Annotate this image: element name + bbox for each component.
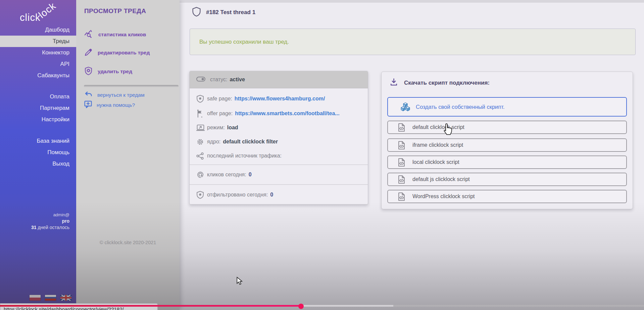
progress-knob[interactable] <box>298 304 304 309</box>
sidebar-item-settings[interactable]: Настройки <box>0 114 76 125</box>
thread-menu-title: ПРОСМОТР ТРЕДА <box>84 7 146 15</box>
status-label: статус: <box>210 77 227 83</box>
account-plan: pro <box>31 218 69 224</box>
mouse-arrow-cursor <box>236 277 243 287</box>
iframe-script-button[interactable]: iframe clicklock script <box>387 138 627 152</box>
click-stats-icon <box>84 30 93 40</box>
sidebar-item-knowledge-base[interactable]: База знаний <box>0 135 76 147</box>
clicks-today-value: 0 <box>249 172 252 178</box>
success-alert: Вы успешно сохранили ваш тред. <box>190 29 636 55</box>
sidebar-item-dashboard[interactable]: Дашборд <box>0 24 76 36</box>
file-code-icon <box>398 123 405 132</box>
download-icon <box>390 78 398 88</box>
button-label: default js clicklock script <box>412 176 470 182</box>
help-comment-icon <box>84 100 92 110</box>
traffic-source-row: последний источник трафика: <box>196 150 363 162</box>
safe-page-link[interactable]: https://www.flowers4hamburg.com/ <box>235 96 325 102</box>
progress-played <box>0 305 301 307</box>
edit-icon <box>84 48 93 58</box>
wordpress-script-button[interactable]: WordPress clicklock script <box>387 190 627 203</box>
button-label: iframe clicklock script <box>412 142 463 148</box>
button-label: local clicklock script <box>412 159 459 165</box>
top-strip <box>180 0 644 3</box>
app-window: click lock Дашборд Треды Коннектор API С… <box>0 0 644 310</box>
menu-divider <box>84 85 179 87</box>
undo-icon <box>84 91 93 99</box>
download-script-panel: Скачать скрипт подключения: Создать свой… <box>381 72 633 209</box>
account-days-left: 31 дней осталось <box>31 224 69 231</box>
filtered-today-row: отфильтровано сегодня: 0 <box>196 189 363 201</box>
button-label: WordPress clicklock script <box>412 193 475 200</box>
menu-item-click-stats[interactable]: статистика кликов <box>84 30 146 40</box>
browser-status-url: https://clicklock.site/dashboard/connect… <box>0 303 158 310</box>
sidebar-item-help[interactable]: Помощь <box>0 147 76 158</box>
poland-flag-icon[interactable] <box>30 295 41 301</box>
page-header: #182 Test thread 1 <box>192 7 255 18</box>
divider <box>190 165 368 165</box>
thread-menu-panel: ПРОСМОТР ТРЕДА статистика кликов редакти… <box>76 0 180 310</box>
status-value: active <box>230 77 245 83</box>
link-label: нужна помощь? <box>97 102 135 108</box>
file-code-icon <box>398 175 405 184</box>
sidebar-nav: Дашборд Треды Коннектор API Сабакаунты О… <box>0 24 76 170</box>
video-progress-bar[interactable] <box>0 305 644 307</box>
click-target-icon <box>196 171 207 179</box>
language-switcher <box>30 295 71 301</box>
button-label: default clicklock script <box>412 124 464 130</box>
sidebar-item-api[interactable]: API <box>0 58 76 70</box>
mode-value: load <box>227 125 238 131</box>
thread-status-card: статус: active safe page: https://www.fl… <box>189 71 368 205</box>
filtered-today-value: 0 <box>270 192 273 198</box>
gear-icon <box>196 138 207 146</box>
uk-flag-icon[interactable] <box>60 295 71 301</box>
download-panel-title: Скачать скрипт подключения: <box>404 80 490 86</box>
menu-item-label: статистика кликов <box>98 32 146 38</box>
shield-icon <box>192 7 201 18</box>
file-code-icon <box>398 192 405 201</box>
clicks-today-row: кликов сегодня: 0 <box>196 169 363 180</box>
menu-item-delete-thread[interactable]: удалить тред <box>84 67 132 77</box>
sidebar: click lock Дашборд Треды Коннектор API С… <box>0 0 76 310</box>
browser-mode-icon <box>196 124 207 131</box>
divider <box>190 184 368 185</box>
default-js-script-button[interactable]: default js clicklock script <box>387 173 627 186</box>
sidebar-item-payment[interactable]: Оплата <box>0 91 76 102</box>
file-code-icon <box>398 141 405 150</box>
sidebar-item-subaccounts[interactable]: Сабакаунты <box>0 70 76 81</box>
sidebar-item-logout[interactable]: Выход <box>0 158 76 170</box>
default-script-button[interactable]: default clicklock script <box>387 121 627 134</box>
back-to-threads-link[interactable]: вернуться к тредам <box>84 91 145 99</box>
safe-page-row: safe page: https://www.flowers4hamburg.c… <box>196 93 363 104</box>
core-value: default clicklock filter <box>223 139 278 145</box>
page-title: #182 Test thread 1 <box>206 9 255 16</box>
shield-star-icon <box>196 191 207 199</box>
menu-item-label: удалить тред <box>98 69 132 75</box>
account-email: admin@ <box>31 212 69 218</box>
account-info: admin@ pro 31 дней осталось <box>31 212 69 231</box>
download-panel-header: Скачать скрипт подключения: <box>390 78 490 88</box>
shield-star-icon <box>196 95 207 103</box>
button-label: Создать свой собственный скрипт. <box>416 104 505 110</box>
copyright-footer: © clicklock.site 2020-2021 <box>76 240 180 245</box>
flag-icon <box>196 109 207 118</box>
create-own-script-button[interactable]: Создать свой собственный скрипт. <box>387 97 627 117</box>
sidebar-item-connector[interactable]: Коннектор <box>0 47 76 58</box>
russia-flag-icon[interactable] <box>45 295 56 301</box>
menu-item-edit-thread[interactable]: редактировать тред <box>84 48 150 58</box>
status-header-row: статус: active <box>190 71 368 88</box>
logo-text-click: click <box>20 12 40 23</box>
need-help-link[interactable]: нужна помощь? <box>84 101 135 109</box>
toggle-icon <box>196 76 205 83</box>
menu-item-label: редактировать тред <box>98 50 150 56</box>
cubes-icon <box>400 102 411 112</box>
file-code-icon <box>398 158 405 167</box>
local-script-button[interactable]: local clicklock script <box>387 156 627 169</box>
share-icon <box>196 152 207 160</box>
mode-row: режим: load <box>196 122 363 133</box>
alert-message: Вы успешно сохранили ваш тред. <box>199 39 289 45</box>
sidebar-item-threads[interactable]: Треды <box>0 36 76 47</box>
offer-page-link[interactable]: https://www.smartbets.com/football/tea..… <box>235 110 339 117</box>
offer-page-row: offer page: https://www.smartbets.com/fo… <box>196 108 363 119</box>
delete-shield-icon <box>84 67 93 77</box>
sidebar-item-partners[interactable]: Партнерам <box>0 102 76 114</box>
